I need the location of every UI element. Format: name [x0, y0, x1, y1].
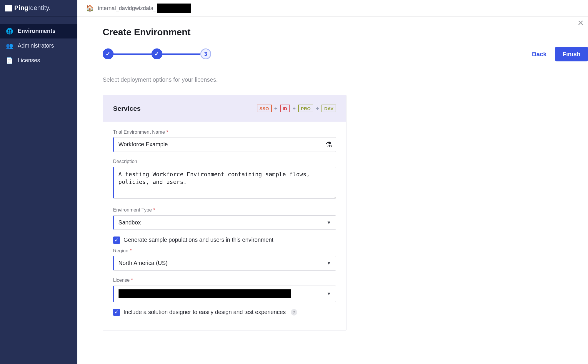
brand-square-icon: [5, 5, 12, 11]
help-tooltip-icon[interactable]: ?: [291, 309, 297, 315]
finish-button[interactable]: Finish: [555, 47, 588, 61]
generate-sample-checkbox-row[interactable]: ✓ Generate sample populations and users …: [113, 236, 336, 244]
sidebar-item-administrators[interactable]: 👥 Administrators: [0, 38, 77, 53]
licenses-icon: 📄: [6, 57, 14, 64]
brand-logo[interactable]: PingIdentity.: [0, 0, 77, 17]
breadcrumb[interactable]: internal_davidgwizdala_: [98, 4, 191, 13]
services-heading: Services: [113, 105, 141, 113]
check-icon: ✓: [104, 51, 111, 58]
description-label: Description: [113, 159, 336, 164]
sidebar: PingIdentity. 🌐 Environments 👥 Administr…: [0, 0, 77, 364]
badge-dav: DAV: [322, 105, 336, 112]
brand-text: PingIdentity.: [14, 4, 51, 12]
step-connector: [162, 53, 200, 55]
step-connector: [114, 53, 151, 55]
envtype-value: Sandbox: [119, 219, 141, 226]
envtype-label: Environment Type: [113, 207, 336, 213]
step-2-done[interactable]: ✓: [151, 48, 162, 59]
plus-icon: +: [274, 105, 277, 112]
sidebar-nav: 🌐 Environments 👥 Administrators 📄 Licens…: [0, 19, 77, 68]
home-icon[interactable]: 🏠: [86, 4, 94, 12]
check-icon: ✓: [153, 51, 160, 58]
description-textarea[interactable]: A testing Workforce Environment containi…: [113, 167, 336, 199]
env-name-input[interactable]: [113, 137, 336, 152]
sidebar-item-label: Licenses: [18, 57, 40, 64]
redacted-block: [119, 289, 291, 298]
plus-icon: +: [316, 105, 319, 112]
badge-id: ID: [280, 105, 290, 112]
stepper: ✓ ✓ 3: [103, 48, 211, 59]
topbar: 🏠 internal_davidgwizdala_ ❔ 🧭 Explore 👤 …: [77, 0, 588, 17]
generate-sample-label: Generate sample populations and users in…: [124, 237, 274, 243]
checkbox-checked-icon: ✓: [113, 236, 120, 244]
sidebar-item-licenses[interactable]: 📄 Licenses: [0, 53, 77, 68]
plus-icon: +: [292, 105, 296, 112]
admins-icon: 👥: [6, 42, 14, 49]
service-badges: SSO + ID + PRO + DAV: [257, 105, 336, 112]
sidebar-item-label: Administrators: [18, 43, 54, 49]
back-button[interactable]: Back: [532, 51, 547, 58]
solution-designer-label: Include a solution designer to easily de…: [124, 309, 286, 316]
globe-icon: 🌐: [6, 28, 14, 35]
sidebar-item-label: Environments: [18, 28, 56, 34]
sidebar-item-environments[interactable]: 🌐 Environments: [0, 24, 77, 38]
page-title: Create Environment: [103, 27, 588, 38]
solution-designer-checkbox-row[interactable]: ✓ Include a solution designer to easily …: [113, 309, 336, 316]
card-header: Services SSO + ID + PRO + DAV: [103, 95, 346, 122]
page-subtext: Select deployment options for your licen…: [103, 76, 588, 83]
region-value: North America (US): [119, 260, 168, 266]
env-name-label: Trial Environment Name: [113, 129, 336, 135]
license-select[interactable]: [113, 286, 336, 302]
envtype-select[interactable]: Sandbox: [113, 215, 336, 230]
license-label: License: [113, 277, 336, 283]
region-select[interactable]: North America (US): [113, 256, 336, 271]
checkbox-checked-icon: ✓: [113, 309, 120, 316]
region-label: Region: [113, 248, 336, 254]
badge-sso: SSO: [257, 105, 272, 112]
step-3-current[interactable]: 3: [200, 48, 211, 59]
breadcrumb-text: internal_davidgwizdala_: [98, 5, 156, 11]
flask-icon: ⚗: [325, 140, 332, 149]
services-card: Services SSO + ID + PRO + DAV Trial Envi…: [103, 95, 347, 331]
main: 🏠 internal_davidgwizdala_ ❔ 🧭 Explore 👤 …: [77, 0, 588, 364]
badge-pro: PRO: [298, 105, 314, 112]
redacted-block: [157, 4, 191, 13]
step-1-done[interactable]: ✓: [103, 48, 114, 59]
